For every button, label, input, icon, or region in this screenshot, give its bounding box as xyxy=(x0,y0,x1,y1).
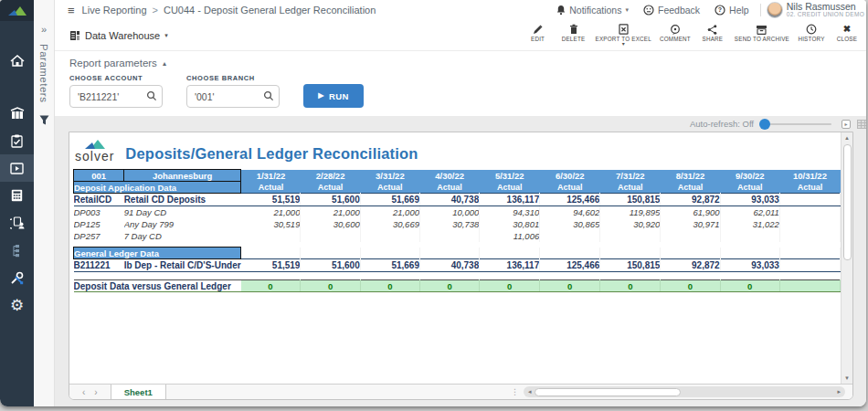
scroll-down-icon[interactable]: ▼ xyxy=(844,373,850,384)
table-cell xyxy=(661,230,720,242)
table-cell xyxy=(600,248,661,259)
sidebar-item-data-warehouse[interactable] xyxy=(0,100,34,127)
table-cell xyxy=(540,248,600,259)
report-parameters-title: Report parameters xyxy=(69,58,157,68)
close-button[interactable]: ✖ CLOSE xyxy=(833,24,861,42)
search-icon[interactable] xyxy=(146,90,157,101)
sidebar-item-publisher[interactable] xyxy=(0,209,34,237)
table-cell xyxy=(360,230,419,242)
data-source-dropdown[interactable]: Data Warehouse ▾ xyxy=(69,30,168,41)
breadcrumb-section[interactable]: Live Reporting xyxy=(82,5,147,16)
auto-refresh-slider-knob[interactable] xyxy=(759,119,770,130)
table-cell: Deposit Application Data xyxy=(74,182,241,194)
horizontal-scrollbar[interactable]: ◂ ▸ xyxy=(524,386,845,397)
table-cell: 9/30/22 xyxy=(720,170,779,182)
warehouse-icon xyxy=(10,107,25,120)
comment-button[interactable]: COMMENT xyxy=(660,24,691,42)
branch-field-label: CHOOSE BRANCH xyxy=(186,74,280,82)
report-table: 001Johannesburg1/31/222/28/223/31/224/30… xyxy=(73,169,841,292)
history-button[interactable]: HISTORY xyxy=(798,24,825,42)
report-area: solver Deposits/General Ledger Reconcili… xyxy=(69,132,852,384)
grid-icon[interactable] xyxy=(857,120,866,129)
run-button[interactable]: ▶ RUN xyxy=(303,84,364,108)
table-cell: 7 Day CD xyxy=(124,230,241,242)
next-sheet-icon[interactable]: › xyxy=(94,387,97,397)
table-cell: 4/30/22 xyxy=(419,170,479,182)
data-source-label: Data Warehouse xyxy=(85,30,160,41)
close-icon: ✖ xyxy=(843,24,851,35)
user-avatar[interactable] xyxy=(767,2,783,18)
report-parameters-toggle[interactable]: Report parameters ▴ xyxy=(69,58,866,68)
help-icon: ? xyxy=(715,5,725,16)
svg-text:?: ? xyxy=(718,6,722,13)
sidebar-item-tools[interactable] xyxy=(0,264,34,291)
delete-button[interactable]: DELETE xyxy=(560,24,587,42)
table-cell: 51,600 xyxy=(301,194,360,206)
notifications-button[interactable]: Notifications ▾ xyxy=(551,5,634,16)
feedback-button[interactable]: Feedback xyxy=(638,5,705,16)
scrollbar-splitter[interactable]: ⋮ xyxy=(506,385,524,399)
table-cell: Actual xyxy=(301,182,360,194)
filter-icon[interactable] xyxy=(39,115,49,125)
solver-logo[interactable] xyxy=(0,0,34,21)
scroll-up-icon[interactable]: ▲ xyxy=(844,132,850,143)
help-button[interactable]: ? Help xyxy=(709,5,755,16)
table-cell: Ib Dep - Retail C/D'S-Under xyxy=(124,259,241,272)
user-info[interactable]: Nils Rasmussen 02. Credit Union Demo xyxy=(787,2,866,18)
table-cell: 31,022 xyxy=(720,218,779,230)
table-cell: 30,865 xyxy=(540,218,600,230)
topbar-right: Notifications ▾ Feedback ? xyxy=(551,2,866,18)
sidebar-item-assignments[interactable] xyxy=(0,127,34,154)
run-label: RUN xyxy=(329,91,349,101)
send-to-archive-button[interactable]: SEND TO ARCHIVE xyxy=(735,24,789,42)
table-cell: 2/28/22 xyxy=(301,170,360,182)
sidebar-item-settings[interactable]: ⚙ xyxy=(0,291,34,319)
popout-icon[interactable]: ▸ xyxy=(842,120,851,129)
auto-refresh-row: Auto-refresh: Off ▸ xyxy=(55,116,866,132)
sheet-tab[interactable]: Sheet1 xyxy=(111,385,166,399)
notifications-label: Notifications xyxy=(569,5,621,16)
vertical-scrollbar-thumb[interactable] xyxy=(843,144,852,260)
table-cell: 92,872 xyxy=(661,194,720,206)
table-cell: DP257 xyxy=(74,230,124,242)
history-clock-icon xyxy=(806,24,817,35)
table-cell xyxy=(600,230,661,242)
sidebar-item-home[interactable] xyxy=(0,47,34,74)
search-icon[interactable] xyxy=(263,90,274,101)
expand-panel-icon[interactable]: » xyxy=(41,24,47,35)
table-cell: 150,815 xyxy=(600,194,661,206)
scroll-left-icon[interactable]: ◂ xyxy=(525,388,535,395)
sidebar-item-budgeting[interactable] xyxy=(0,182,34,209)
report-region: Auto-refresh: Off ▸ xyxy=(55,116,866,406)
breadcrumb-page-title: CU044 - Deposit General Ledger Reconcili… xyxy=(164,5,376,16)
feedback-smiley-icon xyxy=(643,5,654,16)
sidebar-item-live-reporting[interactable] xyxy=(0,154,34,182)
horizontal-scrollbar-thumb[interactable] xyxy=(535,388,681,396)
account-field-label: CHOOSE ACCOUNT xyxy=(69,74,163,82)
table-cell xyxy=(74,272,841,280)
table-row: DP125Any Day 79930,51930,60030,66930,738… xyxy=(74,218,841,230)
edit-button[interactable]: EDIT xyxy=(524,24,552,42)
table-cell: 30,738 xyxy=(419,218,479,230)
export-to-excel-button[interactable]: EXPORT TO EXCEL ▾ xyxy=(596,24,651,47)
hamburger-menu-icon[interactable]: ≡ xyxy=(60,4,82,17)
sidebar-item-integrations[interactable] xyxy=(0,237,34,264)
parameters-panel-label[interactable]: Parameters xyxy=(38,44,49,102)
table-cell: Actual xyxy=(661,182,720,194)
parameters-panel-strip: » Parameters xyxy=(34,0,55,406)
auto-refresh-slider[interactable] xyxy=(760,123,831,125)
table-cell: 91 Day CD xyxy=(124,206,241,218)
solver-report-logo: solver xyxy=(75,138,114,163)
report-viewport: solver Deposits/General Ledger Reconcili… xyxy=(55,132,866,406)
scroll-right-icon[interactable]: ▸ xyxy=(834,388,843,395)
share-button[interactable]: SHARE xyxy=(699,24,726,42)
prev-sheet-icon[interactable]: ‹ xyxy=(82,387,85,397)
table-cell xyxy=(779,206,840,218)
table-cell xyxy=(779,194,840,206)
table-cell: 125,466 xyxy=(540,194,600,206)
table-cell: Retail CD Deposits xyxy=(124,194,241,206)
play-icon: ▶ xyxy=(318,92,324,100)
chevron-down-icon: ▾ xyxy=(625,6,629,14)
vertical-scrollbar[interactable]: ▲ ▼ xyxy=(841,132,852,384)
table-cell: General Ledger Data xyxy=(74,248,241,259)
